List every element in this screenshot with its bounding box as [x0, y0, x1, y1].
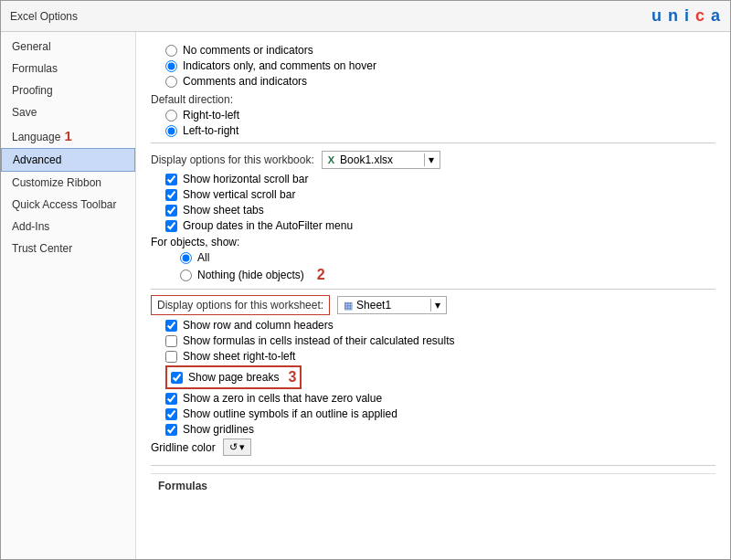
show-page-breaks-row: Show page breaks 3	[165, 365, 302, 389]
show-page-breaks-label: Show page breaks	[188, 371, 279, 384]
checkbox-group-dates-input[interactable]	[165, 220, 177, 232]
workbook-section-label: Display options for this workbook:	[151, 153, 314, 166]
checkbox-show-outline: Show outline symbols if an outline is ap…	[165, 407, 715, 420]
radio-all-objects: All	[180, 251, 715, 264]
workbook-name: Book1.xlsx	[340, 153, 393, 166]
checkbox-show-sheet-tabs-input[interactable]	[165, 205, 177, 217]
checkbox-show-horizontal-scroll-input[interactable]	[165, 174, 177, 185]
default-direction-label: Default direction:	[151, 93, 715, 106]
number-label-2: 2	[317, 267, 325, 283]
default-direction-section: Default direction: Right-to-left Left-to…	[151, 93, 715, 137]
sheet-name: Sheet1	[356, 299, 391, 312]
sidebar-item-proofing[interactable]: Proofing	[1, 79, 135, 101]
sidebar-item-trust-center[interactable]: Trust Center	[1, 238, 135, 259]
workbook-dropdown[interactable]: X Book1.xlsx ▾	[322, 151, 440, 169]
title-bar: Excel Options u n i c a	[1, 1, 730, 32]
radio-no-comments-input[interactable]	[165, 45, 177, 57]
checkbox-show-row-col-headers-input[interactable]	[165, 320, 177, 332]
radio-indicators-only-input[interactable]	[165, 60, 177, 72]
number-label-1: 1	[64, 128, 71, 143]
color-icon: ↺	[229, 441, 238, 453]
workbook-checkboxes: Show horizontal scroll bar Show vertical…	[165, 173, 715, 232]
checkbox-show-gridlines: Show gridlines	[165, 423, 715, 436]
checkbox-show-sheet-tabs: Show sheet tabs	[165, 204, 715, 217]
sidebar-item-formulas[interactable]: Formulas	[1, 58, 135, 79]
gridline-color-row: Gridline color ↺ ▾	[151, 438, 715, 456]
gridline-color-button[interactable]: ↺ ▾	[223, 438, 251, 456]
radio-comments-indicators-input[interactable]	[165, 76, 177, 88]
worksheet-section-label: Display options for this worksheet:	[157, 299, 323, 312]
checkbox-show-page-breaks-input[interactable]	[171, 372, 183, 384]
for-objects-section: All Nothing (hide objects) 2	[165, 251, 715, 283]
comments-section: No comments or indicators Indicators onl…	[151, 44, 715, 88]
checkbox-show-gridlines-input[interactable]	[165, 424, 177, 436]
radio-ltr: Left-to-right	[165, 124, 715, 137]
checkbox-show-horizontal-scroll: Show horizontal scroll bar	[165, 173, 715, 185]
checkbox-show-sheet-rtl-input[interactable]	[165, 351, 177, 363]
sidebar-item-advanced[interactable]: Advanced	[1, 148, 135, 172]
main-panel: No comments or indicators Indicators onl…	[136, 32, 730, 559]
workbook-dropdown-arrow[interactable]: ▾	[424, 153, 434, 166]
radio-nothing-objects-input[interactable]	[180, 269, 192, 281]
checkbox-show-formulas-input[interactable]	[165, 335, 177, 347]
gridline-color-label: Gridline color	[151, 441, 216, 454]
sheet-dropdown[interactable]: ▦ Sheet1 ▾	[337, 296, 447, 314]
formulas-footer: Formulas	[151, 473, 715, 498]
sidebar-item-add-ins[interactable]: Add-Ins	[1, 216, 135, 238]
radio-nothing-objects: Nothing (hide objects) 2	[180, 267, 715, 283]
sheet-dropdown-arrow[interactable]: ▾	[430, 299, 440, 312]
color-dropdown-arrow[interactable]: ▾	[239, 441, 245, 453]
unica-logo: u n i c a	[652, 6, 721, 26]
checkbox-show-zero: Show a zero in cells that have zero valu…	[165, 392, 715, 405]
workbook-section-header: Display options for this workbook: X Boo…	[151, 151, 715, 169]
worksheet-checkboxes: Show row and column headers Show formula…	[165, 319, 715, 436]
separator-formulas	[151, 465, 715, 466]
checkbox-show-vertical-scroll-input[interactable]	[165, 189, 177, 201]
checkbox-show-sheet-rtl: Show sheet right-to-left	[165, 350, 715, 363]
checkbox-show-formulas: Show formulas in cells instead of their …	[165, 334, 715, 347]
number-label-3: 3	[288, 369, 296, 386]
sidebar-item-general[interactable]: General	[1, 36, 135, 58]
checkbox-show-zero-input[interactable]	[165, 393, 177, 405]
checkbox-group-dates: Group dates in the AutoFilter menu	[165, 219, 715, 232]
checkbox-show-outline-input[interactable]	[165, 408, 177, 420]
sheet-icon: ▦	[344, 300, 353, 312]
radio-rtl: Right-to-left	[165, 109, 715, 122]
sidebar-item-save[interactable]: Save	[1, 101, 135, 123]
excel-icon: X	[328, 154, 334, 165]
sidebar: General Formulas Proofing Save Language1…	[1, 32, 136, 559]
radio-all-objects-input[interactable]	[180, 252, 192, 264]
checkbox-show-row-col-headers: Show row and column headers	[165, 319, 715, 332]
separator-2	[151, 289, 715, 290]
sidebar-item-quick-access-toolbar[interactable]: Quick Access Toolbar	[1, 194, 135, 216]
radio-no-comments: No comments or indicators	[165, 44, 715, 57]
worksheet-section-header: Display options for this worksheet: ▦ Sh…	[151, 295, 715, 315]
radio-indicators-only: Indicators only, and comments on hover	[165, 59, 715, 72]
sidebar-item-customize-ribbon[interactable]: Customize Ribbon	[1, 172, 135, 194]
checkbox-show-vertical-scroll: Show vertical scroll bar	[165, 188, 715, 201]
radio-comments-indicators: Comments and indicators	[165, 75, 715, 88]
worksheet-section-border: Display options for this worksheet:	[151, 295, 330, 315]
separator-1	[151, 143, 715, 143]
window-title: Excel Options	[10, 10, 78, 23]
excel-options-window: Excel Options u n i c a General Formulas…	[0, 0, 731, 560]
radio-ltr-input[interactable]	[165, 125, 177, 137]
for-objects-label: For objects, show:	[151, 236, 715, 248]
content-area: General Formulas Proofing Save Language1…	[1, 32, 730, 559]
radio-rtl-input[interactable]	[165, 110, 177, 122]
sidebar-item-language[interactable]: Language1	[1, 123, 135, 148]
